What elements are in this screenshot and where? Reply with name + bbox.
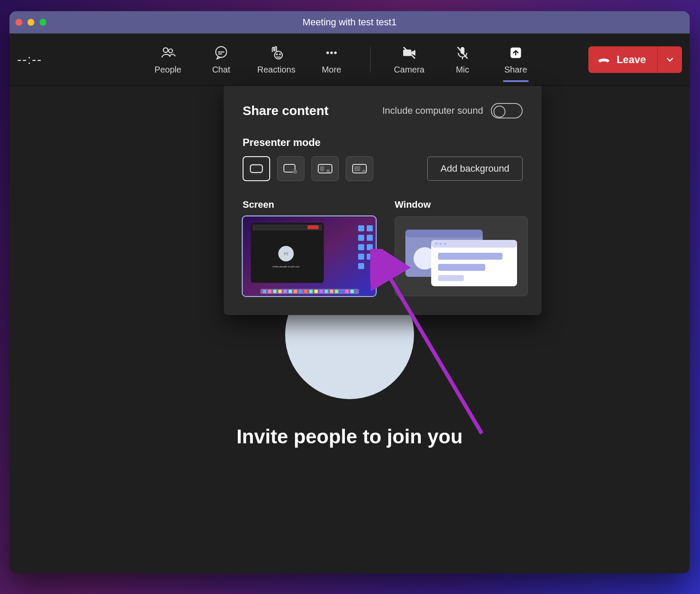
reactions-button[interactable]: Reactions	[257, 44, 295, 75]
reactions-label: Reactions	[257, 65, 295, 75]
add-background-button[interactable]: Add background	[427, 157, 523, 181]
camera-button[interactable]: Camera	[392, 44, 426, 75]
meeting-duration: --:--	[17, 52, 103, 67]
svg-rect-34	[367, 225, 373, 231]
more-label: More	[322, 65, 341, 75]
people-label: People	[155, 65, 181, 75]
share-button[interactable]: Share	[499, 44, 533, 75]
window-section-label: Window	[395, 199, 528, 210]
share-window-option[interactable]	[395, 216, 528, 296]
toolbar-center: People Chat	[103, 44, 581, 75]
mic-label: Mic	[456, 65, 469, 75]
svg-point-6	[277, 54, 277, 55]
svg-point-19	[293, 170, 297, 174]
leave-options-button[interactable]	[657, 46, 682, 73]
svg-rect-21	[320, 166, 324, 171]
share-screen-option[interactable]: TT Invite people to join you	[243, 216, 376, 296]
window-thumbnail-icon	[401, 222, 521, 291]
chat-icon	[213, 44, 230, 61]
svg-point-68	[444, 242, 446, 245]
window-minimize-button[interactable]	[27, 19, 34, 26]
svg-rect-41	[358, 263, 364, 269]
share-label: Share	[504, 65, 527, 75]
svg-rect-38	[367, 244, 373, 250]
svg-rect-44	[268, 290, 271, 293]
titlebar: Meeting with test test1	[9, 11, 690, 33]
presenter-mode-reporter[interactable]	[346, 156, 373, 181]
camera-label: Camera	[394, 65, 424, 75]
svg-rect-37	[358, 244, 364, 250]
people-button[interactable]: People	[151, 44, 185, 75]
svg-point-8	[326, 52, 329, 54]
screen-thumbnail-icon: TT Invite people to join you	[243, 217, 376, 296]
toolbar-separator	[370, 47, 371, 73]
svg-point-22	[326, 169, 330, 173]
leave-button[interactable]: Leave	[588, 46, 657, 73]
svg-rect-36	[367, 235, 373, 241]
more-icon	[323, 44, 340, 61]
svg-rect-59	[345, 290, 349, 293]
presenter-mode-heading: Presenter mode	[243, 136, 523, 148]
leave-label: Leave	[617, 54, 646, 66]
svg-rect-53	[314, 290, 318, 293]
share-content-panel: Share content Include computer sound Pre…	[224, 86, 542, 315]
svg-rect-24	[354, 166, 360, 171]
screen-section-label: Screen	[243, 199, 376, 210]
svg-rect-56	[330, 290, 333, 293]
svg-rect-51	[304, 290, 307, 293]
window-close-button[interactable]	[15, 19, 22, 26]
chat-label: Chat	[212, 65, 230, 75]
people-icon	[159, 44, 177, 61]
app-window: Meeting with test test1 --:-- People	[9, 11, 690, 573]
svg-point-1	[169, 49, 173, 53]
svg-rect-35	[358, 235, 364, 241]
reactions-icon	[268, 44, 285, 61]
svg-rect-54	[320, 290, 323, 293]
hang-up-icon	[597, 55, 611, 64]
svg-rect-49	[294, 290, 297, 293]
svg-rect-33	[358, 225, 364, 231]
share-content-title: Share content	[243, 103, 329, 118]
chat-button[interactable]: Chat	[204, 44, 238, 75]
mic-button[interactable]: Mic	[445, 44, 480, 75]
svg-rect-39	[358, 254, 364, 260]
svg-rect-55	[325, 290, 328, 293]
svg-rect-43	[263, 290, 266, 293]
presenter-mode-content-only[interactable]	[243, 156, 270, 181]
include-sound-row: Include computer sound	[382, 103, 523, 118]
svg-point-25	[362, 170, 365, 173]
svg-point-9	[330, 52, 332, 54]
svg-point-67	[439, 242, 442, 245]
share-icon	[507, 44, 524, 61]
svg-rect-46	[278, 290, 282, 293]
svg-point-66	[435, 242, 438, 245]
svg-rect-52	[309, 290, 313, 293]
invite-heading: Invite people to join you	[237, 425, 463, 448]
svg-rect-29	[307, 225, 319, 229]
svg-rect-17	[250, 165, 262, 173]
svg-rect-48	[289, 290, 292, 293]
svg-rect-40	[367, 254, 373, 260]
svg-rect-47	[283, 290, 287, 293]
svg-rect-57	[335, 290, 338, 293]
camera-off-icon	[401, 44, 418, 61]
svg-rect-70	[438, 264, 485, 271]
svg-rect-60	[350, 290, 354, 293]
presenter-mode-standout[interactable]	[277, 156, 304, 181]
mic-off-icon	[454, 44, 471, 61]
meeting-stage: Invite people to join you Share content …	[9, 86, 690, 573]
svg-rect-58	[340, 290, 344, 293]
more-button[interactable]: More	[314, 44, 349, 75]
window-zoom-button[interactable]	[40, 19, 46, 26]
leave-group: Leave	[588, 46, 682, 73]
include-sound-toggle[interactable]	[491, 103, 523, 118]
svg-point-10	[334, 52, 336, 54]
chevron-down-icon	[666, 55, 674, 64]
svg-rect-45	[273, 290, 277, 293]
svg-point-5	[275, 51, 283, 59]
svg-point-7	[280, 54, 280, 55]
svg-text:TT: TT	[284, 252, 289, 256]
traffic-lights	[15, 19, 46, 26]
presenter-mode-side-by-side[interactable]	[311, 156, 339, 181]
svg-text:Invite people to join you: Invite people to join you	[272, 265, 299, 268]
